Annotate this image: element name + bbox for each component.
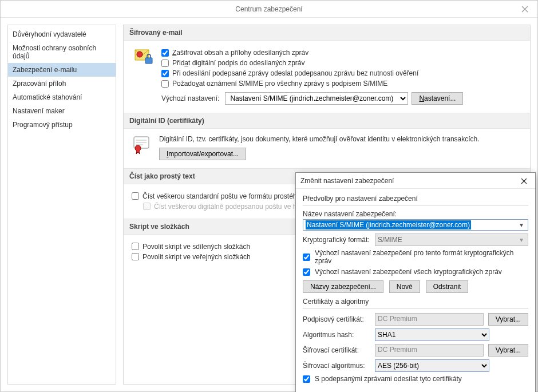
sidebar-item-attachments[interactable]: Zpracování příloh [8, 77, 116, 90]
dialog-body: Předvolby pro nastavení zabezpečení Náze… [296, 189, 535, 390]
certificate-icon [132, 134, 152, 155]
security-name-combo[interactable]: Nastavení S/MIME (jindrich.zechmeister@z… [303, 219, 528, 231]
enc-cert-field: DC Premium [375, 344, 484, 357]
default-settings-combo[interactable]: Nastavení S/MIME (jindrich.zechmeister@z… [225, 92, 408, 105]
sidebar-item-auto-download[interactable]: Automatické stahování [8, 90, 116, 104]
enc-cert-label: Šifrovací certifikát: [303, 346, 370, 354]
chk-script-public-label: Povolit skript ve veřejných složkách [143, 253, 251, 261]
chk-encrypt-label: Zašifrovat obsah a přílohy odesílaných z… [172, 49, 308, 57]
chk-cleartext-label: Při odesílání podepsané zprávy odeslat p… [172, 69, 418, 77]
chk-cleartext[interactable] [161, 70, 169, 77]
group-body-encrypted: Zašifrovat obsah a přílohy odesílaných z… [124, 41, 530, 113]
chevron-down-icon: ▾ [517, 236, 525, 244]
chk-default-format-label: Výchozí nastavení zabezpečení pro tento … [315, 249, 528, 265]
chk-send-certs-label: S podepsanými zprávami odesílat tyto cer… [315, 375, 462, 383]
chevron-down-icon: ▾ [517, 221, 525, 229]
choose-enc-cert-button[interactable]: Vybrat... [488, 344, 528, 357]
chk-script-public[interactable] [132, 253, 139, 260]
chk-read-signed-plain [143, 203, 151, 210]
chk-read-std-plain[interactable] [132, 192, 139, 200]
group-body-digid: Digitální ID, tzv. certifikáty, jsou dok… [124, 129, 530, 168]
crypto-format-combo: S/MIME ▾ [375, 233, 528, 246]
svg-point-6 [135, 145, 141, 151]
chk-encrypt[interactable] [161, 49, 169, 57]
security-name-label: Název nastavení zabezpečení: [303, 210, 397, 218]
svg-rect-1 [145, 58, 152, 64]
security-labels-button[interactable]: Názvy zabezpečení... [303, 280, 383, 293]
change-security-settings-dialog: Změnit nastavení zabezpečení Předvolby p… [295, 172, 536, 392]
close-button[interactable] [512, 1, 537, 18]
enc-alg-label: Šifrovací algoritmus: [303, 362, 370, 370]
chk-default-format[interactable] [303, 254, 310, 261]
settings-button[interactable]: Nastavení... [412, 92, 463, 105]
dialog-title: Změnit nastavení zabezpečení [300, 177, 394, 185]
chk-read-std-plain-label: Číst veškerou standardní poštu ve formát… [143, 192, 318, 200]
digid-description: Digitální ID, tzv. certifikáty, jsou dok… [159, 134, 522, 144]
crypto-format-label: Kryptografický formát: [303, 236, 370, 244]
window-title: Centrum zabezpečení [235, 5, 302, 13]
new-button[interactable]: Nové [389, 280, 420, 293]
chk-send-certs[interactable] [303, 375, 310, 383]
sidebar-item-privacy[interactable]: Možnosti ochrany osobních údajů [8, 41, 116, 63]
dialog-titlebar: Změnit nastavení zabezpečení [296, 173, 535, 189]
chk-receipt-label: Požadovat oznámení S/MIME pro všechny zp… [172, 80, 387, 88]
default-settings-label: Výchozí nastavení: [161, 94, 219, 102]
sidebar-item-publishers[interactable]: Důvěryhodní vydavatelé [8, 27, 116, 41]
sidebar-item-email-security[interactable]: Zabezpečení e-mailu [8, 63, 116, 77]
chk-script-shared-label: Povolit skript ve sdílených složkách [143, 243, 250, 251]
import-export-button[interactable]: Importovat/exportovat... [159, 148, 246, 160]
sidebar: Důvěryhodní vydavatelé Možnosti ochrany … [7, 25, 116, 385]
chk-sign-label: Přidat digitální podpis do odesílaných z… [172, 59, 305, 67]
group-header-encrypted: Šifrovaný e-mail [124, 25, 530, 41]
sign-cert-label: Podpisový certifikát: [303, 315, 370, 323]
prefs-group-label: Předvolby pro nastavení zabezpečení [303, 195, 528, 203]
hash-alg-combo[interactable]: SHA1 [375, 328, 489, 341]
chk-default-all[interactable] [303, 268, 310, 276]
chk-sign[interactable] [161, 60, 169, 67]
delete-button[interactable]: Odstranit [426, 280, 469, 293]
chk-script-shared[interactable] [132, 243, 139, 250]
titlebar: Centrum zabezpečení [1, 1, 537, 18]
enc-alg-combo[interactable]: AES (256-bit) [375, 359, 489, 372]
svg-point-0 [137, 52, 143, 57]
group-header-digid: Digitální ID (certifikáty) [124, 113, 530, 129]
dialog-close-button[interactable] [512, 173, 535, 189]
certs-group-label: Certifikáty a algoritmy [303, 298, 528, 306]
hash-alg-label: Algoritmus hash: [303, 331, 370, 339]
trust-center-window: Centrum zabezpečení Důvěryhodní vydavate… [0, 0, 538, 392]
sign-cert-field: DC Premium [375, 313, 484, 326]
choose-sign-cert-button[interactable]: Vybrat... [488, 313, 528, 326]
sidebar-item-macros[interactable]: Nastavení maker [8, 104, 116, 118]
sidebar-item-programmatic[interactable]: Programový přístup [8, 118, 116, 132]
security-name-value: Nastavení S/MIME (jindrich.zechmeister@z… [306, 220, 471, 229]
chk-default-all-label: Výchozí nastavení zabezpečení všech kryp… [315, 268, 502, 276]
chk-receipt[interactable] [161, 80, 169, 88]
envelope-lock-icon [132, 46, 155, 69]
